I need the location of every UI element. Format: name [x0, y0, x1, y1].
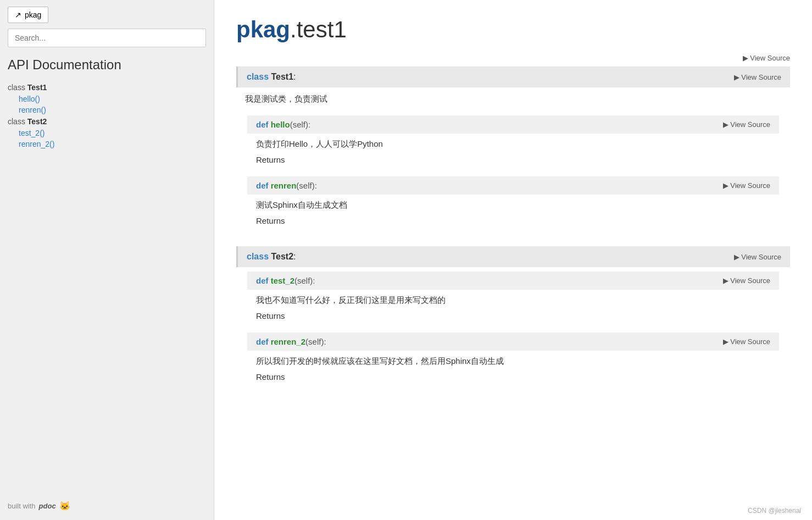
method-header-test_2: def test_2(self):▶ View Source: [247, 272, 779, 290]
page-title-prefix: pkag: [236, 16, 290, 42]
class-block-Test1: class Test1:▶ View Source我是测试类，负责测试def h…: [236, 67, 790, 233]
main-content: pkag.test1 ▶ View Source class Test1:▶ V…: [214, 0, 812, 520]
method-header-renren_2: def renren_2(self):▶ View Source: [247, 333, 779, 351]
method-returns-hello: Returns: [256, 155, 770, 164]
method-view-source-hello[interactable]: ▶ View Source: [723, 120, 770, 129]
sidebar-method-renren_2[interactable]: renren_2(): [8, 139, 206, 150]
footer-prefix: built with: [8, 502, 36, 510]
method-view-source-renren_2[interactable]: ▶ View Source: [723, 338, 770, 346]
method-block-hello: def hello(self):▶ View Source负责打印Hello，人…: [247, 115, 779, 172]
pdoc-cat-icon: 🐱: [59, 501, 70, 511]
method-header-renren: def renren(self):▶ View Source: [247, 176, 779, 195]
method-body-test_2: 我也不知道写什么好，反正我们这里是用来写文档的Returns: [247, 290, 779, 328]
class-description-Test1: 我是测试类，负责测试: [236, 87, 790, 111]
page-title: pkag.test1: [236, 16, 790, 43]
method-block-renren_2: def renren_2(self):▶ View Source所以我们开发的时…: [247, 333, 779, 389]
method-sig-test_2: def test_2(self):: [256, 276, 315, 285]
method-sig-hello: def hello(self):: [256, 120, 310, 129]
class-header-Test1: class Test1:▶ View Source: [236, 67, 790, 87]
method-description-renren_2: 所以我们开发的时候就应该在这里写好文档，然后用Sphinx自动生成: [256, 356, 770, 367]
pkg-button-label: pkag: [25, 10, 41, 19]
sidebar: ↗ pkag API Documentation class Test1hell…: [0, 0, 214, 520]
sidebar-footer: built with pdoc 🐱: [0, 492, 214, 520]
method-block-test_2: def test_2(self):▶ View Source我也不知道写什么好，…: [247, 272, 779, 328]
method-returns-renren_2: Returns: [256, 372, 770, 381]
class-view-source-Test2[interactable]: ▶ View Source: [734, 253, 781, 261]
sidebar-title: API Documentation: [0, 55, 214, 81]
sidebar-method-test_2[interactable]: test_2(): [8, 128, 206, 139]
page-view-source-link[interactable]: ▶ View Source: [743, 54, 790, 62]
class-sig-Test1: class Test1:: [247, 72, 296, 82]
pkg-icon: ↗: [15, 10, 21, 19]
method-view-source-test_2[interactable]: ▶ View Source: [723, 276, 770, 285]
method-sig-renren: def renren(self):: [256, 181, 317, 190]
class-sig-Test2: class Test2:: [247, 252, 296, 262]
page-view-source-container: ▶ View Source: [236, 54, 790, 62]
class-header-Test2: class Test2:▶ View Source: [236, 246, 790, 267]
sidebar-nav: class Test1hello()renren()class Test2tes…: [0, 81, 214, 492]
sidebar-class-Test2: class Test2: [8, 115, 206, 128]
classes-container: class Test1:▶ View Source我是测试类，负责测试def h…: [236, 67, 790, 389]
pdoc-logo: pdoc: [39, 502, 56, 510]
method-header-hello: def hello(self):▶ View Source: [247, 115, 779, 134]
method-description-hello: 负责打印Hello，人人可以学Python: [256, 139, 770, 150]
sidebar-method-renren[interactable]: renren(): [8, 104, 206, 115]
method-body-renren: 测试Sphinx自动生成文档Returns: [247, 195, 779, 233]
method-returns-renren: Returns: [256, 216, 770, 225]
csdn-credit: CSDN @jieshenai: [748, 507, 801, 515]
sidebar-method-hello[interactable]: hello(): [8, 93, 206, 104]
method-returns-test_2: Returns: [256, 311, 770, 320]
method-block-renren: def renren(self):▶ View Source测试Sphinx自动…: [247, 176, 779, 233]
search-input[interactable]: [8, 29, 206, 47]
method-body-renren_2: 所以我们开发的时候就应该在这里写好文档，然后用Sphinx自动生成Returns: [247, 351, 779, 389]
method-description-test_2: 我也不知道写什么好，反正我们这里是用来写文档的: [256, 295, 770, 306]
method-sig-renren_2: def renren_2(self):: [256, 337, 326, 346]
class-block-Test2: class Test2:▶ View Sourcedef test_2(self…: [236, 246, 790, 389]
class-view-source-Test1[interactable]: ▶ View Source: [734, 73, 781, 81]
sidebar-class-Test1: class Test1: [8, 81, 206, 93]
pkg-button[interactable]: ↗ pkag: [8, 7, 48, 23]
method-body-hello: 负责打印Hello，人人可以学PythonReturns: [247, 134, 779, 172]
method-view-source-renren[interactable]: ▶ View Source: [723, 181, 770, 190]
page-title-suffix: .test1: [290, 16, 347, 42]
method-description-renren: 测试Sphinx自动生成文档: [256, 200, 770, 211]
